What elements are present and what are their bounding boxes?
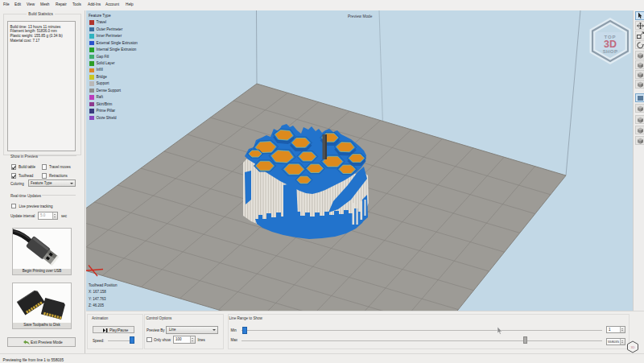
svg-text:3D: 3D [630, 345, 634, 349]
svg-text:SHOP: SHOP [603, 49, 618, 54]
